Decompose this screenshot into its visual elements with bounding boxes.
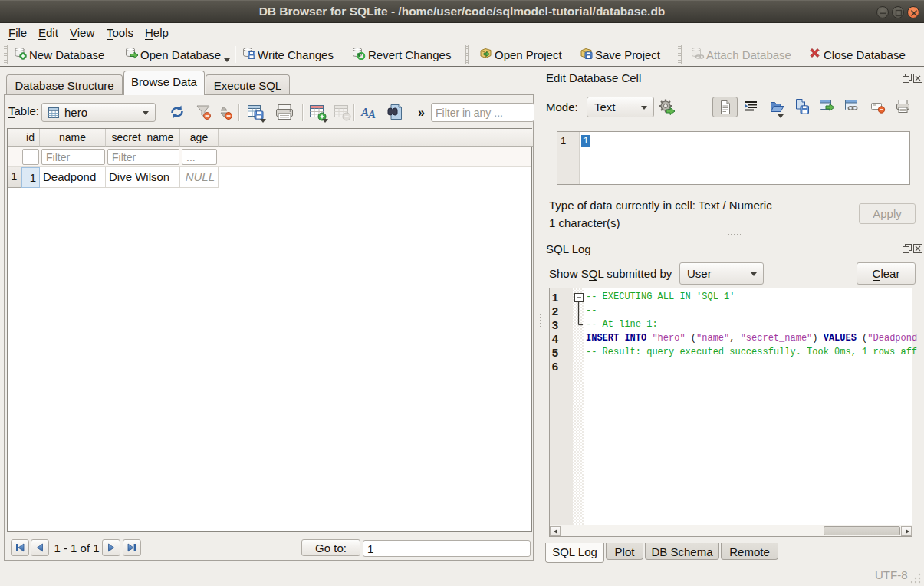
- svg-text:A: A: [367, 108, 376, 120]
